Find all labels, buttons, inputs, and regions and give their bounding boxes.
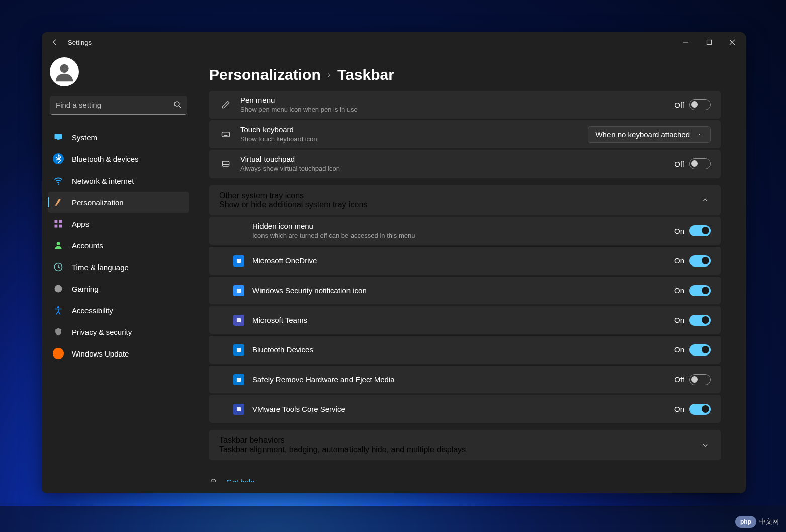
sidebar-item-gaming[interactable]: Gaming xyxy=(48,278,189,299)
toggle-switch[interactable] xyxy=(689,158,711,169)
sidebar-item-bluetooth-devices[interactable]: Bluetooth & devices xyxy=(48,148,189,169)
other-tray-expander[interactable]: Other system tray icons Show or hide add… xyxy=(209,185,721,215)
app-icon xyxy=(233,344,244,356)
toggle-switch[interactable] xyxy=(689,344,711,356)
breadcrumb-parent[interactable]: Personalization xyxy=(209,66,321,83)
sidebar-item-label: Time & language xyxy=(72,263,129,272)
search-region xyxy=(50,96,187,115)
setting-title: Pen menu xyxy=(240,95,666,105)
search-icon xyxy=(173,100,182,111)
svg-rect-26 xyxy=(237,377,241,381)
accessibility-icon xyxy=(53,305,64,316)
svg-rect-27 xyxy=(237,407,241,411)
toggle-knob xyxy=(691,376,698,383)
person-icon xyxy=(53,240,64,251)
setting-title: Windows Security notification icon xyxy=(252,285,666,296)
touch-keyboard-dropdown[interactable]: When no keyboard attached xyxy=(588,126,711,143)
sidebar-item-privacy-security[interactable]: Privacy & security xyxy=(48,321,189,342)
window-controls xyxy=(674,34,744,50)
setting-title: Hidden icon menu xyxy=(252,221,666,231)
user-avatar[interactable] xyxy=(50,57,79,86)
setting-row: Touch keyboardShow touch keyboard iconWh… xyxy=(209,120,721,148)
toggle-switch[interactable] xyxy=(689,374,711,385)
chevron-down-icon xyxy=(700,439,711,451)
svg-rect-24 xyxy=(237,318,241,322)
toggle-switch[interactable] xyxy=(689,404,711,415)
sidebar-item-label: Windows Update xyxy=(72,349,129,358)
sidebar-item-apps[interactable]: Apps xyxy=(48,213,189,234)
maximize-button[interactable] xyxy=(697,34,721,50)
clock-icon xyxy=(53,261,64,273)
toggle-switch[interactable] xyxy=(689,225,711,236)
close-button[interactable] xyxy=(721,34,744,50)
app-icon xyxy=(233,255,244,267)
touchpad-icon xyxy=(219,159,232,169)
sidebar-item-personalization[interactable]: Personalization xyxy=(48,192,189,213)
chevron-right-icon: › xyxy=(328,70,330,79)
setting-title: Touch keyboard xyxy=(240,124,580,135)
link-label: Get help xyxy=(226,478,255,483)
app-icon xyxy=(233,404,244,415)
sidebar-item-network-internet[interactable]: Network & internet xyxy=(48,170,189,191)
toggle-switch[interactable] xyxy=(689,285,711,296)
svg-rect-7 xyxy=(55,134,62,139)
svg-rect-13 xyxy=(59,225,62,228)
tray-icon-card: Safely Remove Hardware and Eject MediaOf… xyxy=(209,365,721,393)
sidebar-item-time-language[interactable]: Time & language xyxy=(48,256,189,278)
minimize-button[interactable] xyxy=(674,34,697,50)
svg-text:?: ? xyxy=(212,480,214,483)
toggle-state-label: On xyxy=(674,286,684,295)
svg-rect-12 xyxy=(55,225,58,228)
window-title: Settings xyxy=(68,39,92,46)
search-input[interactable] xyxy=(50,96,187,115)
shield-icon xyxy=(53,326,64,337)
sidebar-item-label: Apps xyxy=(72,220,89,228)
toggle-switch[interactable] xyxy=(689,315,711,326)
toggle-knob xyxy=(702,257,709,264)
expander-subtitle: Taskbar alignment, badging, automaticall… xyxy=(219,445,700,454)
sidebar-item-label: Privacy & security xyxy=(72,328,132,336)
sidebar-item-system[interactable]: System xyxy=(48,127,189,148)
sidebar-item-accounts[interactable]: Accounts xyxy=(48,235,189,256)
svg-point-14 xyxy=(57,242,60,245)
back-button[interactable] xyxy=(46,33,64,51)
svg-rect-20 xyxy=(222,161,229,166)
toggle-switch[interactable] xyxy=(689,99,711,110)
toggle-switch[interactable] xyxy=(689,255,711,267)
expander-subtitle: Show or hide additional system tray icon… xyxy=(219,200,700,209)
sidebar-item-windows-update[interactable]: Windows Update xyxy=(48,343,189,364)
toggle-state-label: On xyxy=(674,405,684,413)
sidebar-item-label: Bluetooth & devices xyxy=(72,155,139,163)
sidebar-item-label: Personalization xyxy=(72,198,124,207)
toggle-knob xyxy=(702,346,709,353)
keyboard-icon xyxy=(219,129,232,139)
toggle-state-label: On xyxy=(674,227,684,235)
tray-icon-row: Microsoft TeamsOn xyxy=(209,306,721,334)
wifi-icon xyxy=(53,175,64,186)
taskbar-behaviors-expander[interactable]: Taskbar behaviors Taskbar alignment, bad… xyxy=(209,430,721,460)
toggle-knob xyxy=(702,227,709,234)
setting-title: Virtual touchpad xyxy=(240,154,666,164)
chevron-up-icon xyxy=(700,195,711,206)
svg-rect-10 xyxy=(55,220,58,223)
tray-icon-row: Safely Remove Hardware and Eject MediaOf… xyxy=(209,365,721,393)
nav-list: SystemBluetooth & devicesNetwork & inter… xyxy=(48,127,189,364)
toggle-knob xyxy=(702,405,709,413)
sidebar-item-accessibility[interactable]: Accessibility xyxy=(48,300,189,321)
svg-point-5 xyxy=(174,102,179,106)
sidebar-item-label: Gaming xyxy=(72,285,99,293)
get-help-link[interactable]: ? Get help xyxy=(209,474,721,482)
svg-point-16 xyxy=(55,285,62,293)
chevron-down-icon xyxy=(697,131,703,137)
svg-rect-8 xyxy=(57,139,60,140)
setting-title: Microsoft OneDrive xyxy=(252,255,666,266)
tray-icon-row: Bluetooth DevicesOn xyxy=(209,335,721,364)
sidebar: SystemBluetooth & devicesNetwork & inter… xyxy=(42,52,195,493)
content-scroll[interactable]: Pen menuShow pen menu icon when pen is i… xyxy=(209,91,724,482)
svg-rect-1 xyxy=(707,40,712,45)
toggle-knob xyxy=(691,160,698,167)
svg-point-4 xyxy=(60,64,68,73)
setting-row: Virtual touchpadAlways show virtual touc… xyxy=(209,150,721,178)
setting-title: VMware Tools Core Service xyxy=(252,404,666,414)
dropdown-value: When no keyboard attached xyxy=(595,130,690,139)
